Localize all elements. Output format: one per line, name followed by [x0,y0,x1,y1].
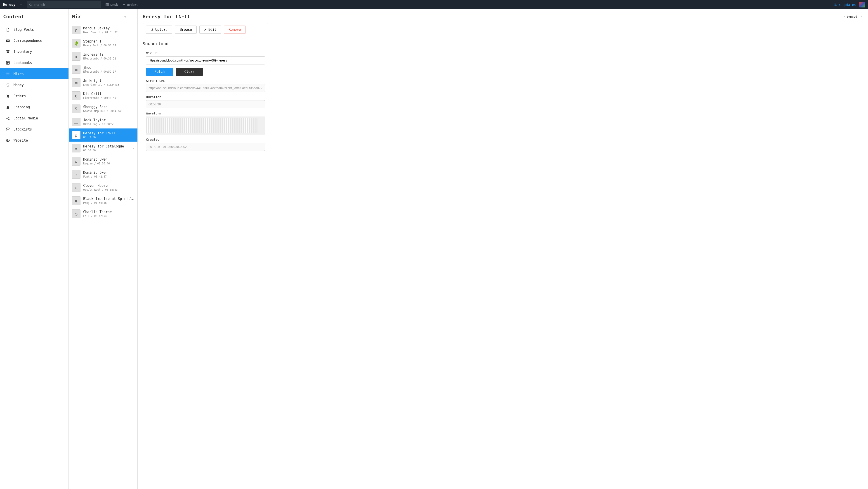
cart-icon [122,3,126,6]
svg-rect-5 [6,74,9,74]
remove-button[interactable]: Remove [224,26,246,34]
mix-thumb: ᎗ [72,118,81,126]
mix-subtitle: 00:50:36 [83,149,134,152]
svg-point-7 [8,116,9,118]
sidebar-item-blog-posts[interactable]: Blog Posts [0,24,68,35]
check-icon [843,16,846,18]
mix-item[interactable]: ʕShenggy ShenGroove Map 808 / 00:47:46 [69,102,137,115]
sidebar-item-money[interactable]: Money [0,79,68,90]
mix-subtitle: Heavy Funk / 00:56:14 [83,44,134,47]
sidebar-item-label: Lookbooks [13,61,32,65]
mix-item[interactable]: ᎗Jack TaylorMixed Bag / 00:30:53 [69,115,137,128]
mix-thumb: ▭ [72,65,81,74]
mix-item[interactable]: ●Black Impulse at Spiritlan…Prog / 01:50… [69,194,137,207]
mix-subtitle: Reggae / 01:00:46 [83,162,134,165]
mix-thumb: ◯ [72,209,81,218]
mix-item[interactable]: 🌵Stephen THeavy Funk / 00:56:14 [69,37,137,50]
mix-item[interactable]: ▭jhudElectronic / 00:59:37 [69,63,137,76]
mix-item[interactable]: ✦Dominic OwenFunk / 00:42:47 [69,168,137,181]
mix-col-title: Mix [72,14,123,20]
mixurl-label: Mix URL [146,51,265,55]
app-logo[interactable]: Heresy [3,3,16,7]
sync-status: Synced [843,15,857,18]
mix-item[interactable]: ▦JnrknightExperimental / 01:34:33 [69,76,137,89]
image-icon [6,61,10,65]
edit-button[interactable]: Edit [199,26,221,34]
mix-item[interactable]: ჶHeresy for LN-CC00:53:36 [69,128,137,142]
mix-subtitle: Deep Smooth / 01:01:22 [83,31,134,34]
detail-title: Heresy for LN-CC [143,14,843,20]
svg-point-9 [8,119,9,120]
search-box[interactable] [27,1,101,8]
mix-item[interactable]: ▪Heresy for Catalogue00:50:36✎ [69,142,137,155]
mix-item[interactable]: ▮IncrementsElectronic / 00:31:32 [69,50,137,63]
sidebar-item-label: Social Media [13,116,38,120]
sidebar-item-label: Shipping [13,105,30,109]
mix-item[interactable]: ▫Dominic OwenReggae / 01:00:46 [69,155,137,168]
mix-item[interactable]: ◐Kit GrillElectronic / 00:40:45 [69,89,137,102]
duration-input [146,100,265,108]
browse-button[interactable]: Browse [175,26,197,34]
store-icon [6,127,10,132]
sidebar-item-website[interactable]: Website [0,135,68,146]
sidebar-item-lookbooks[interactable]: Lookbooks [0,57,68,68]
queue-icon [6,72,10,76]
updates-link[interactable]: 6 updates [834,3,856,6]
mixurl-input[interactable] [146,56,265,64]
share-icon [6,116,10,120]
sidebar-item-inventory[interactable]: Inventory [0,46,68,57]
nav-orders[interactable]: Orders [122,3,138,6]
mix-subtitle: Mixed Bag / 00:30:53 [83,123,134,126]
sidebar-title: Content [0,14,68,24]
sidebar-item-label: Money [13,83,24,87]
sidebar-item-stockists[interactable]: Stockists [0,124,68,135]
svg-point-3 [7,62,8,63]
mix-title: Jack Taylor [83,118,134,122]
mix-thumb: ∩ [72,26,81,34]
mix-item[interactable]: ⌕Cloven HooseOccult Rock / 00:58:53 [69,181,137,194]
mix-subtitle: Electronic / 00:59:37 [83,70,134,73]
mix-thumb: ჶ [72,131,81,139]
add-icon[interactable] [18,2,24,8]
mix-title: Marcus Oakley [83,26,134,30]
mix-title: Increments [83,53,134,57]
dollar-icon [6,83,10,87]
search-input[interactable] [33,3,99,6]
mix-title: Shenggy Shen [83,105,134,109]
mix-thumb: ⌕ [72,183,81,192]
waveform-display [146,116,265,135]
sidebar-item-orders[interactable]: Orders [0,90,68,102]
sidebar-item-mixes[interactable]: Mixes [0,68,68,79]
mix-item[interactable]: ◯Charlie ThorneFolk / 00:42:54 [69,207,137,220]
nav-desk[interactable]: Desk [105,3,118,6]
upload-button[interactable]: Upload [146,26,172,34]
mix-item[interactable]: ∩Marcus OakleyDeep Smooth / 01:01:22 [69,24,137,37]
mix-title: Dominic Owen [83,171,134,175]
mix-col-menu-icon[interactable]: ⋮ [130,15,134,19]
mix-subtitle: Folk / 00:42:54 [83,214,134,218]
detail-menu-icon[interactable]: ⋮ [860,15,863,19]
ship-icon [6,105,10,109]
pencil-icon[interactable]: ✎ [132,147,134,150]
mix-title: jhud [83,65,134,70]
archive-icon [6,50,10,54]
mix-thumb: 🌵 [72,39,81,48]
mix-title: Jnrknight [83,79,134,83]
avatar[interactable] [860,2,865,7]
clear-button[interactable]: Clear [176,68,203,76]
streamurl-input [146,84,265,92]
mix-title: Dominic Owen [83,157,134,162]
add-mix-icon[interactable] [123,15,128,19]
sidebar-item-shipping[interactable]: Shipping [0,102,68,113]
mix-subtitle: Electronic / 00:31:32 [83,57,134,60]
sidebar-item-correspondence[interactable]: Correspondence [0,35,68,46]
fetch-button[interactable]: Fetch [146,68,173,76]
mix-title: Kit Grill [83,92,134,96]
sidebar-item-label: Inventory [13,50,32,54]
mix-subtitle: 00:53:36 [83,136,134,139]
duration-label: Duration [146,95,265,99]
dashboard-icon [105,3,109,6]
mix-title: Stephen T [83,39,134,44]
sidebar-item-label: Blog Posts [13,28,34,32]
sidebar-item-social-media[interactable]: Social Media [0,113,68,124]
